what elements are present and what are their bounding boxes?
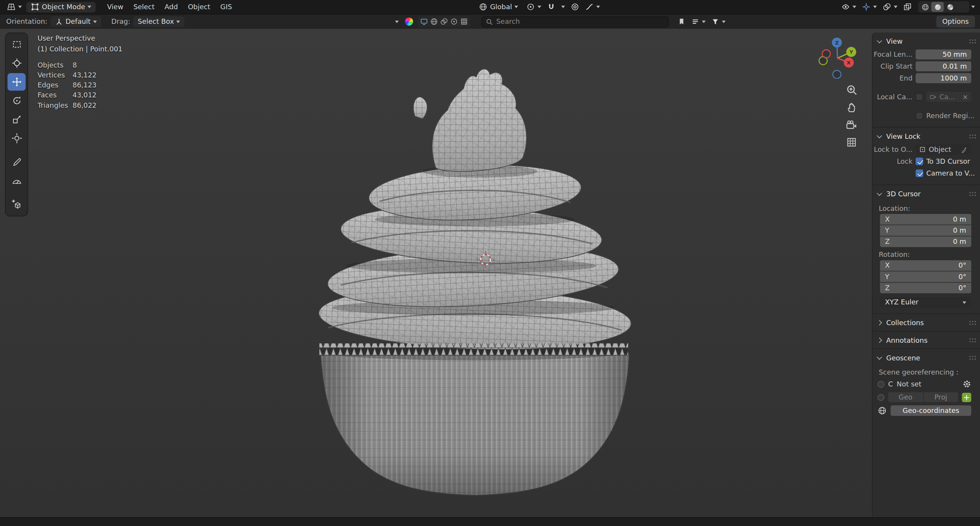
options-button[interactable]: Options xyxy=(936,16,975,28)
material-shading-button[interactable] xyxy=(944,2,956,12)
wireframe-shading-button[interactable] xyxy=(919,2,931,12)
tool-measure[interactable] xyxy=(8,172,26,190)
zoom-icon[interactable] xyxy=(846,84,857,96)
panel-collections-header[interactable]: Collections xyxy=(872,316,980,330)
render-region-checkbox[interactable] xyxy=(916,112,923,120)
object-icon xyxy=(919,146,926,153)
mode-label: Object Mode xyxy=(42,3,85,11)
clip-start-field[interactable]: 0.01 m xyxy=(916,61,971,71)
filter-dropdown[interactable] xyxy=(710,16,728,27)
tool-annotate[interactable] xyxy=(8,153,26,171)
screen-display-toggle[interactable] xyxy=(420,18,428,26)
clear-icon[interactable]: × xyxy=(962,93,968,101)
panel-3d-cursor-header[interactable]: 3D Cursor xyxy=(872,187,980,201)
gizmos-dropdown[interactable] xyxy=(860,2,879,12)
chevron-down-icon[interactable] xyxy=(971,6,975,8)
lock-object-field[interactable]: Object xyxy=(916,145,971,155)
panel-grip[interactable] xyxy=(969,338,977,343)
viewport-3d[interactable]: User Perspective (1) Collection | Point.… xyxy=(0,29,980,517)
orientation-value: Global xyxy=(490,3,512,11)
rendered-shading-button[interactable] xyxy=(956,2,969,12)
menu-add[interactable]: Add xyxy=(160,3,183,11)
tool-rotate[interactable] xyxy=(8,92,26,110)
grid-display-toggle[interactable] xyxy=(460,18,468,26)
panel-grip[interactable] xyxy=(969,320,977,325)
rotation-mode-dropdown[interactable]: XYZ Euler xyxy=(880,297,971,308)
active-collection-label: (1) Collection | Point.001 xyxy=(38,44,123,54)
to-3d-cursor-checkbox[interactable] xyxy=(916,158,923,165)
bookmark-icon[interactable] xyxy=(675,18,687,26)
tool-transform[interactable] xyxy=(8,130,26,147)
local-camera-checkbox[interactable] xyxy=(916,93,923,101)
geo-coordinates-button[interactable]: Geo-coordinates xyxy=(891,405,971,416)
cursor-location-x[interactable]: X0 m xyxy=(880,214,971,225)
tool-cursor[interactable] xyxy=(8,54,26,72)
cursor-location-z[interactable]: Z0 m xyxy=(880,237,971,247)
eyedropper-icon[interactable] xyxy=(960,146,968,153)
tool-orientation-dropdown[interactable]: Default xyxy=(51,16,101,27)
object-visibility-dropdown[interactable] xyxy=(839,2,858,12)
snap-toggle[interactable] xyxy=(545,2,558,12)
projection-radio[interactable] xyxy=(877,394,884,401)
tool-move[interactable] xyxy=(8,73,26,91)
panel-geoscene-header[interactable]: Geoscene xyxy=(872,351,980,365)
overlay-display-toggle[interactable] xyxy=(440,18,448,26)
proportional-falloff-dropdown[interactable] xyxy=(583,2,602,12)
clip-end-field[interactable]: 1000 m xyxy=(916,73,971,83)
tool-select-box[interactable] xyxy=(8,36,26,53)
camera-icon[interactable] xyxy=(846,119,857,131)
hand-icon[interactable] xyxy=(846,101,857,113)
snap-dropdown[interactable] xyxy=(559,2,567,12)
menu-object[interactable]: Object xyxy=(183,3,215,11)
panel-grip[interactable] xyxy=(969,134,977,139)
proj-tab[interactable]: Proj xyxy=(923,392,958,402)
local-camera-field[interactable]: Ca... × xyxy=(926,92,971,102)
navigation-gizmo[interactable]: Z Y X xyxy=(816,35,859,79)
cupcake-model[interactable] xyxy=(318,69,632,495)
menu-view[interactable]: View xyxy=(102,3,128,11)
display-mode-dropdown[interactable] xyxy=(689,16,707,27)
panel-view-header[interactable]: View xyxy=(872,35,980,48)
camera-small-icon xyxy=(929,93,937,101)
pivot-point-dropdown[interactable] xyxy=(524,2,543,12)
panel-grip[interactable] xyxy=(969,39,977,44)
drag-mode-dropdown[interactable]: Select Box xyxy=(133,16,185,27)
cursor-rotation-z[interactable]: Z0° xyxy=(880,283,971,293)
add-crs-button[interactable]: + xyxy=(962,393,971,402)
cursor-rotation-x[interactable]: X0° xyxy=(880,260,971,271)
solid-shading-button[interactable] xyxy=(931,2,944,12)
gizmo-axis-neg-x[interactable] xyxy=(822,50,830,58)
search-input[interactable] xyxy=(496,18,664,26)
globe-display-toggle[interactable] xyxy=(430,18,438,26)
panel-view-lock-header[interactable]: View Lock xyxy=(872,130,980,143)
color-wheel-icon[interactable] xyxy=(405,18,413,26)
xray-toggle[interactable] xyxy=(901,2,914,12)
tool-add-cube[interactable] xyxy=(8,196,26,214)
transform-orientation-dropdown[interactable]: Global xyxy=(474,2,523,12)
tool-scale[interactable] xyxy=(8,111,26,128)
panel-grip[interactable] xyxy=(969,191,977,196)
collapse-dropdown[interactable] xyxy=(393,16,401,27)
panel-grip[interactable] xyxy=(969,355,977,360)
geo-tab[interactable]: Geo xyxy=(888,392,923,402)
menu-gis[interactable]: GIS xyxy=(215,3,237,11)
chevron-down-icon xyxy=(702,20,706,23)
chevron-down-icon xyxy=(597,6,600,8)
gizmo-axis-neg-z[interactable] xyxy=(833,71,841,79)
editor-type-button[interactable] xyxy=(5,2,24,12)
proportional-editing-toggle[interactable] xyxy=(569,2,582,12)
cursor-location-y[interactable]: Y0 m xyxy=(880,225,971,236)
crs-radio[interactable] xyxy=(877,381,884,388)
cursor-rotation-y[interactable]: Y0° xyxy=(880,271,971,282)
dot-circle-display-toggle[interactable] xyxy=(450,18,458,26)
grid-icon[interactable] xyxy=(846,136,857,148)
overlays-dropdown[interactable] xyxy=(881,2,900,12)
mode-dropdown[interactable]: Object Mode xyxy=(26,2,96,12)
material-shading-icon xyxy=(946,3,954,11)
scene-canvas[interactable] xyxy=(0,29,980,517)
focal-length-field[interactable]: 50 mm xyxy=(916,49,971,59)
panel-annotations-header[interactable]: Annotations xyxy=(872,334,980,347)
camera-to-view-checkbox[interactable] xyxy=(916,169,923,177)
menu-select[interactable]: Select xyxy=(128,3,159,11)
gear-icon[interactable] xyxy=(962,380,971,388)
